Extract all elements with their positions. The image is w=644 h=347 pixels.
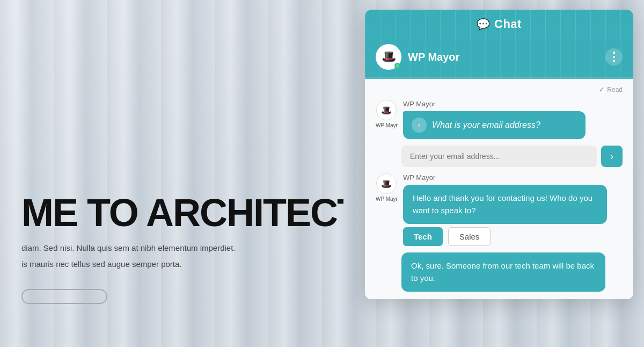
- agent-menu-button[interactable]: ⋮: [605, 48, 623, 66]
- msg-avatar-label-1: WP Mayr: [376, 122, 398, 128]
- page-body: diam. Sed nisi. Nulla quis sem at nibh e…: [21, 242, 322, 274]
- msg-content-2: WP Mayor Hello and thank you for contact…: [403, 174, 623, 246]
- msg-avatar-1: 🎩: [376, 100, 397, 120]
- choice-buttons: Tech Sales: [403, 227, 623, 246]
- msg-avatar-2: 🎩: [376, 174, 397, 194]
- choice-button-sales[interactable]: Sales: [448, 227, 491, 246]
- read-status: ✓ Read: [376, 84, 623, 93]
- msg-text-1: What is your email address?: [432, 119, 540, 132]
- message-row-1: 🎩 WP Mayr WP Mayor ‹ What is your email …: [376, 100, 623, 139]
- email-send-button[interactable]: ›: [601, 146, 623, 167]
- chat-widget: 💬 Chat 🎩 WP Mayor ⋮ ✓ Read 🎩 WP Mayr: [365, 10, 633, 299]
- chat-header-icon: 💬: [477, 18, 490, 31]
- page-content: ME TO ARCHITECT diam. Sed nisi. Nulla qu…: [0, 0, 365, 347]
- body-line-2: is mauris nec tellus sed augue semper po…: [21, 258, 322, 271]
- agent-info: 🎩 WP Mayor: [376, 44, 459, 70]
- check-icon: ✓: [599, 85, 605, 93]
- agent-avatar-icon: 🎩: [382, 50, 396, 64]
- back-arrow-icon: ‹: [412, 118, 427, 133]
- msg-sender-1: WP Mayor: [403, 100, 623, 108]
- email-input[interactable]: [401, 146, 597, 167]
- reply-row: Ok, sure. Someone from our tech team wil…: [376, 252, 623, 292]
- chat-body: ✓ Read 🎩 WP Mayr WP Mayor ‹ What is your…: [365, 79, 633, 299]
- chat-agent-bar: 🎩 WP Mayor ⋮: [365, 39, 633, 79]
- agent-online-dot: [394, 63, 400, 69]
- msg-avatar-label-2: WP Mayr: [376, 196, 398, 202]
- agent-avatar-wrap: 🎩: [376, 44, 401, 70]
- message-row-2: 🎩 WP Mayr WP Mayor Hello and thank you f…: [376, 174, 623, 246]
- agent-name: WP Mayor: [408, 51, 459, 63]
- body-line-1: diam. Sed nisi. Nulla quis sem at nibh e…: [21, 242, 322, 255]
- page-heading: ME TO ARCHITECT: [21, 193, 343, 232]
- reply-bubble: Ok, sure. Someone from our tech team wil…: [401, 252, 605, 292]
- msg-sender-2: WP Mayor: [403, 174, 623, 182]
- msg-content-1: WP Mayor ‹ What is your email address?: [403, 100, 623, 139]
- msg-text-2: Hello and thank you for contacting us! W…: [413, 193, 592, 215]
- chat-title: Chat: [494, 17, 522, 31]
- page-cta-button[interactable]: [21, 289, 107, 304]
- choice-button-tech[interactable]: Tech: [403, 227, 443, 246]
- chat-header-top: 💬 Chat: [365, 10, 633, 39]
- email-input-row: ›: [376, 146, 623, 167]
- reply-text: Ok, sure. Someone from our tech team wil…: [411, 261, 594, 283]
- read-label: Read: [607, 86, 623, 93]
- msg-bubble-1: ‹ What is your email address?: [403, 111, 586, 139]
- msg-bubble-2: Hello and thank you for contacting us! W…: [403, 185, 607, 224]
